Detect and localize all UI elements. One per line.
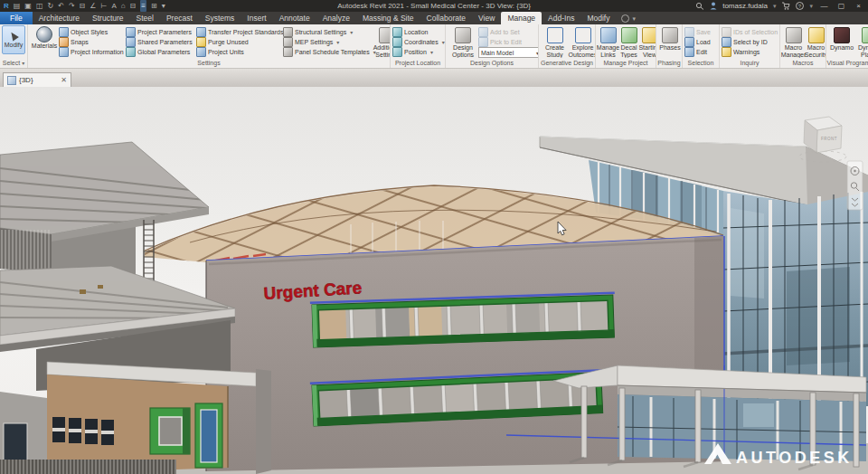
tab-massing-site[interactable]: Massing & Site <box>356 12 420 24</box>
user-icon[interactable] <box>710 2 717 10</box>
section-icon[interactable]: ⊟ <box>130 0 137 12</box>
sync-icon[interactable]: ↻ <box>47 0 53 12</box>
explore-outcomes-button[interactable]: Explore Outcomes <box>569 25 595 58</box>
tab-collaborate[interactable]: Collaborate <box>420 12 472 24</box>
open-icon[interactable]: ▣ <box>24 0 32 12</box>
green-entry-door[interactable] <box>195 403 222 468</box>
signed-in-user[interactable]: tomasz.fudala <box>722 2 768 10</box>
edit-selection-button[interactable]: Edit <box>684 47 717 56</box>
location-button[interactable]: Location <box>392 27 443 36</box>
tab-structure[interactable]: Structure <box>86 12 130 24</box>
mep-settings-button[interactable]: MEP Settings <box>283 37 370 46</box>
select-by-id-button[interactable]: Select by ID <box>722 37 778 46</box>
viewcube-front-face[interactable]: FRONT <box>821 137 837 141</box>
transfer-project-standards-icon <box>196 27 206 37</box>
view-tab-bar: {3D} ✕ <box>0 69 868 87</box>
search-icon[interactable] <box>695 2 704 10</box>
panel-settings: Materials Object Styles Snaps Project In… <box>28 24 391 68</box>
position-icon <box>392 47 402 57</box>
view-tab-close-icon[interactable]: ✕ <box>61 77 67 84</box>
green-box-window[interactable] <box>150 408 190 454</box>
text-icon[interactable]: A <box>111 0 116 12</box>
coordinates-button[interactable]: Coordinates <box>392 37 443 46</box>
materials-icon <box>36 26 52 43</box>
starting-view-button[interactable]: Starting View <box>639 25 656 58</box>
restore-button[interactable]: ▢ <box>835 2 847 10</box>
dynamo-button[interactable]: Dynamo <box>828 25 855 52</box>
tab-modify[interactable]: Modify <box>580 12 616 24</box>
tab-manage[interactable]: Manage <box>501 12 542 24</box>
position-button[interactable]: Position <box>392 47 443 56</box>
project-parameters-button[interactable]: Project Parameters <box>126 27 196 36</box>
manage-links-button[interactable]: Manage Links <box>598 25 618 58</box>
purge-unused-button[interactable]: Purge Unused <box>196 37 283 46</box>
structural-settings-button[interactable]: Structural Settings <box>283 27 370 36</box>
tab-steel[interactable]: Steel <box>130 12 160 24</box>
help-icon[interactable]: ? <box>796 2 804 10</box>
save-selection-icon <box>684 27 694 37</box>
selection-panel-label: Selection <box>683 58 719 68</box>
load-selection-icon <box>684 37 694 47</box>
add-to-set-button: Add to Set <box>478 27 538 36</box>
shared-parameters-icon <box>126 37 136 47</box>
save-icon[interactable]: ◫ <box>36 0 43 12</box>
project-information-button[interactable]: Project Information <box>59 47 126 56</box>
switch-windows-icon[interactable]: ⊞ <box>151 0 157 12</box>
macro-manager-button[interactable]: Macro Manager <box>782 25 805 58</box>
tab-insert[interactable]: Insert <box>241 12 272 24</box>
undo-icon[interactable]: ↶ <box>58 0 64 12</box>
qat-customize-caret[interactable]: ▾ <box>162 0 165 12</box>
tab-view[interactable]: View <box>472 12 501 24</box>
structural-settings-icon <box>283 27 293 37</box>
navigation-bar[interactable] <box>847 161 863 210</box>
thin-lines-icon[interactable]: ≡ <box>140 0 146 12</box>
user-menu-caret[interactable]: ▾ <box>773 3 777 10</box>
close-button[interactable]: × <box>853 2 864 10</box>
materials-button[interactable]: Materials <box>30 25 59 51</box>
snaps-button[interactable]: Snaps <box>59 37 126 46</box>
tab-analyze[interactable]: Analyze <box>316 12 356 24</box>
minimize-button[interactable]: — <box>818 2 830 10</box>
help-menu-caret[interactable]: ▾ <box>809 3 813 10</box>
warnings-button[interactable]: Warnings <box>722 47 778 56</box>
tab-add-ins[interactable]: Add-Ins <box>542 12 580 24</box>
project-units-button[interactable]: Project Units <box>196 47 283 56</box>
ribbon-display-caret[interactable]: ▾ <box>632 15 636 23</box>
ribbon-display-toggle-icon[interactable] <box>621 14 629 23</box>
design-options-button[interactable]: Design Options <box>448 25 478 58</box>
revit-logo[interactable]: R <box>4 0 9 12</box>
app-store-cart-icon[interactable] <box>781 2 790 10</box>
panel-schedule-templates-button[interactable]: Panel Schedule Templates <box>283 47 370 56</box>
dimension-icon[interactable]: ⊢ <box>100 0 107 12</box>
load-selection-button[interactable]: Load <box>684 37 717 46</box>
tab-architecture[interactable]: Architecture <box>33 12 86 24</box>
tab-annotate[interactable]: Annotate <box>273 12 316 24</box>
tab-systems[interactable]: Systems <box>199 12 241 24</box>
file-menu-icon[interactable]: ▤ <box>14 0 21 12</box>
create-study-button[interactable]: Create Study <box>541 25 569 58</box>
global-parameters-button[interactable]: Global Parameters <box>126 47 196 56</box>
macro-security-button[interactable]: Macro Security <box>805 25 826 58</box>
redo-icon[interactable]: ↷ <box>69 0 75 12</box>
object-styles-button[interactable]: Object Styles <box>59 27 126 36</box>
viewport-3d[interactable]: Urgent Care <box>0 87 868 474</box>
decal-types-button[interactable]: Decal Types <box>618 25 639 58</box>
select-dropdown[interactable]: Select <box>0 58 27 68</box>
active-design-option-select[interactable]: Main Model <box>478 47 538 58</box>
measure-icon[interactable]: ∠ <box>90 0 96 12</box>
view-tab-3d[interactable]: {3D} ✕ <box>3 72 71 87</box>
pick-to-edit-button: Pick to Edit <box>478 37 538 46</box>
default-3d-view-icon[interactable]: ⌂ <box>121 0 126 12</box>
tab-precast[interactable]: Precast <box>160 12 199 24</box>
shared-parameters-button[interactable]: Shared Parameters <box>126 37 196 46</box>
ribbon-manage: Modify Select Materials Object Styles Sn… <box>0 24 868 69</box>
modify-button[interactable]: Modify <box>2 25 25 54</box>
transfer-project-standards-button[interactable]: Transfer Project Standards <box>196 27 283 36</box>
panel-project-location: Location Coordinates Position Project Lo… <box>391 24 446 68</box>
dynamo-player-button[interactable]: Dynamo Player <box>855 25 868 58</box>
dynamo-icon <box>834 27 850 43</box>
print-icon[interactable]: ⊟ <box>80 0 86 12</box>
tab-file[interactable]: File <box>0 12 33 24</box>
phases-button[interactable]: Phases <box>658 25 682 52</box>
additional-settings-button[interactable]: Additional Settings <box>370 25 390 58</box>
